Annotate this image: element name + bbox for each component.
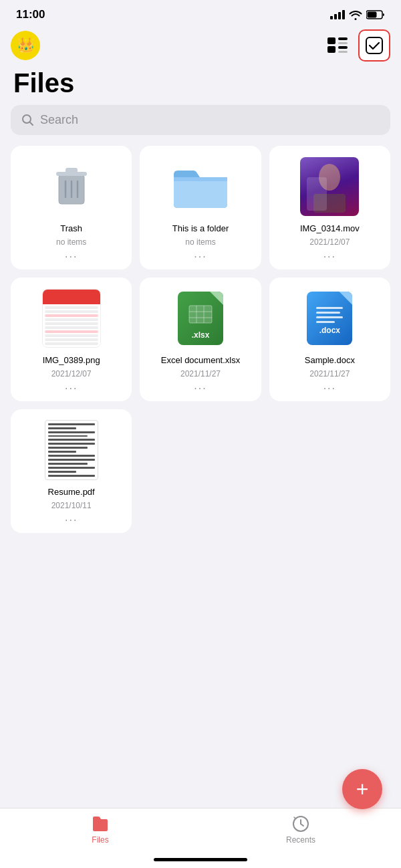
battery-icon xyxy=(366,10,385,19)
file-name-docx: Sample.docx xyxy=(305,355,355,366)
file-meta-folder: no items xyxy=(185,237,215,247)
file-card-img-png[interactable]: IMG_0389.png 2021/12/07 ··· xyxy=(11,278,132,401)
file-meta-xlsx: 2021/11/27 xyxy=(180,369,221,378)
file-name-img-png: IMG_0389.png xyxy=(43,355,100,366)
file-more-folder[interactable]: ··· xyxy=(194,251,207,263)
tab-recents[interactable]: Recents xyxy=(200,815,401,845)
header-row: 👑 xyxy=(0,25,401,64)
pdf-line xyxy=(48,451,76,453)
pdf-line xyxy=(48,455,95,457)
svg-rect-4 xyxy=(338,42,348,44)
pdf-line xyxy=(48,427,76,429)
xlsx-label: .xlsx xyxy=(192,330,210,340)
svg-rect-5 xyxy=(327,46,336,53)
search-placeholder: Search xyxy=(40,113,78,127)
docx-line xyxy=(316,321,335,323)
files-tab-icon xyxy=(91,815,110,833)
pdf-line xyxy=(48,431,95,433)
avatar[interactable]: 👑 xyxy=(11,31,40,60)
tab-recents-label: Recents xyxy=(286,835,315,845)
file-more-img-mov[interactable]: ··· xyxy=(323,251,336,263)
home-indicator xyxy=(154,858,247,861)
file-more-trash[interactable]: ··· xyxy=(65,251,78,263)
pdf-line xyxy=(48,447,88,449)
img-mov-icon-area xyxy=(276,156,384,217)
grid-list-icon xyxy=(327,37,348,53)
trash-icon-area xyxy=(17,156,125,217)
pdf-line xyxy=(48,475,95,477)
folder-icon xyxy=(170,162,231,211)
docx-line xyxy=(316,307,343,309)
docx-label: .docx xyxy=(319,326,340,335)
search-icon xyxy=(21,114,35,127)
pdf-line xyxy=(48,459,95,461)
svg-point-9 xyxy=(23,115,31,123)
grid-view-button[interactable] xyxy=(323,31,352,60)
file-meta-pdf: 2021/10/11 xyxy=(51,501,92,510)
page-title: Files xyxy=(0,64,401,105)
tab-files-label: Files xyxy=(92,835,108,845)
docx-line xyxy=(316,316,343,318)
header-actions xyxy=(323,29,390,62)
docx-line xyxy=(316,312,340,314)
pdf-line xyxy=(48,471,76,473)
add-file-button[interactable]: + xyxy=(342,769,382,809)
recents-tab-icon xyxy=(292,815,309,833)
file-more-docx[interactable]: ··· xyxy=(323,383,336,395)
file-meta-trash: no items xyxy=(56,237,86,247)
file-name-trash: Trash xyxy=(60,223,82,235)
file-more-xlsx[interactable]: ··· xyxy=(194,383,207,395)
folder-icon-area xyxy=(146,156,254,217)
pdf-line xyxy=(48,423,95,425)
checkmark-square-icon xyxy=(365,36,384,55)
file-name-pdf: Resume.pdf xyxy=(48,487,95,498)
file-name-img-mov: IMG_0314.mov xyxy=(300,223,360,235)
pdf-line xyxy=(48,435,88,437)
img-png-icon-area xyxy=(17,288,125,348)
svg-rect-2 xyxy=(327,37,336,44)
svg-rect-7 xyxy=(338,51,348,53)
file-meta-img-mov: 2021/12/07 xyxy=(309,237,350,247)
img-png-thumbnail xyxy=(42,289,101,348)
pdf-line xyxy=(48,463,88,465)
docx-icon-area: .docx xyxy=(276,288,384,348)
svg-rect-8 xyxy=(366,37,382,53)
file-card-folder[interactable]: This is a folder no items ··· xyxy=(140,146,261,269)
file-grid: Trash no items ··· This is a folder no i… xyxy=(0,146,401,613)
status-icons xyxy=(330,10,385,20)
svg-rect-6 xyxy=(338,46,348,49)
file-meta-img-png: 2021/12/07 xyxy=(51,369,92,378)
file-card-pdf[interactable]: Resume.pdf 2021/10/11 ··· xyxy=(11,409,132,533)
file-meta-docx: 2021/11/27 xyxy=(309,369,350,378)
docx-icon: .docx xyxy=(307,292,352,345)
img-mov-thumbnail xyxy=(300,157,359,216)
file-more-img-png[interactable]: ··· xyxy=(65,383,78,395)
svg-rect-1 xyxy=(368,12,377,18)
file-card-trash[interactable]: Trash no items ··· xyxy=(11,146,132,269)
pdf-line xyxy=(48,439,95,441)
pdf-line xyxy=(48,467,95,469)
file-name-xlsx: Excel document.xlsx xyxy=(161,355,241,366)
file-card-docx[interactable]: .docx Sample.docx 2021/11/27 ··· xyxy=(269,278,390,401)
tab-files[interactable]: Files xyxy=(0,815,200,845)
xlsx-icon: .xlsx xyxy=(178,292,223,345)
svg-rect-12 xyxy=(65,168,78,173)
pdf-thumbnail xyxy=(45,420,98,480)
svg-rect-3 xyxy=(338,37,348,40)
svg-point-17 xyxy=(319,164,340,191)
pdf-icon-area xyxy=(17,420,125,480)
docx-lines xyxy=(316,307,343,323)
signal-icon xyxy=(330,10,345,19)
svg-rect-19 xyxy=(189,306,212,323)
xlsx-grid-icon xyxy=(188,305,213,324)
select-mode-button[interactable] xyxy=(358,29,390,62)
xlsx-icon-area: .xlsx xyxy=(146,288,254,348)
file-more-pdf[interactable]: ··· xyxy=(65,514,78,526)
status-bar: 11:00 xyxy=(0,0,401,25)
status-time: 11:00 xyxy=(16,8,45,21)
pdf-line xyxy=(48,443,95,445)
search-bar[interactable]: Search xyxy=(11,105,390,135)
file-card-xlsx[interactable]: .xlsx Excel document.xlsx 2021/11/27 ··· xyxy=(140,278,261,401)
file-name-folder: This is a folder xyxy=(172,223,229,235)
file-card-img-mov[interactable]: IMG_0314.mov 2021/12/07 ··· xyxy=(269,146,390,269)
